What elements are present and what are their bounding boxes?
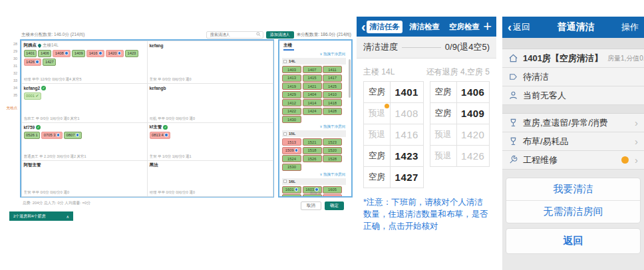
confirm-button[interactable]: 确定 [325, 202, 344, 210]
cleaner-card[interactable]: kf759 ✓ 0526 1 [21, 122, 148, 161]
room-task-row[interactable]: 空房 1409 [430, 102, 490, 124]
clean-room-chip[interactable]: 1403 [282, 66, 301, 73]
floor-checkbox[interactable] [283, 60, 287, 63]
cleaner-card[interactable]: kf主管 ✓ 0813 4 [147, 122, 273, 161]
room-task-row[interactable]: 空房 1406 [430, 81, 490, 103]
gutter-number: 32 [13, 71, 17, 78]
add-icon[interactable]: + [483, 19, 492, 34]
clean-room-chip[interactable]: 1407 [303, 66, 322, 73]
action-menu-button[interactable]: 操作 [621, 21, 639, 33]
room-chip[interactable]: 0813 4 [150, 132, 171, 139]
clean-room-chip[interactable]: 1422 [282, 108, 301, 115]
clean-room-label: 1609 [308, 196, 317, 198]
cleaner-stats: 普通员工 早 2.2/0分 3间/分0 退2 其它1 [24, 154, 145, 159]
clean-room-chip[interactable]: 1425 [323, 82, 342, 90]
room-chip[interactable]: 1423 [125, 50, 138, 57]
room-chip-label: 1416 [89, 51, 98, 55]
clean-room-chip[interactable]: 1421 [303, 82, 322, 90]
drag-clean-rooms-link[interactable]: ∨ 拖拽干净房间 [283, 52, 345, 57]
collapse-bar[interactable]: 2个退房和4个脏房 ∧ [9, 211, 73, 221]
cleaner-card[interactable]: 阿姨点 主楼14L ✓ 1401 [21, 41, 148, 84]
room-chip[interactable]: 1406 [38, 50, 51, 57]
clean-room-chip[interactable]: 1430 [282, 116, 301, 123]
clean-room-chip[interactable]: 1513 [282, 138, 301, 146]
segment-tab[interactable]: 清洁任务 [367, 21, 402, 33]
clean-room-chip[interactable]: 1521 [303, 138, 322, 146]
room-chip[interactable]: 1420 [106, 50, 124, 57]
back-button[interactable]: ‹ 返回 [508, 21, 530, 33]
room-chip[interactable]: 1401 [24, 50, 37, 57]
room-chip[interactable]: 1409 [72, 50, 85, 57]
cleaner-card[interactable]: kefangb ✓ 司机 早早 0/0分 0间/分0 退0 [147, 83, 273, 123]
room-task-row[interactable]: 空房 1423 [363, 145, 424, 167]
room-chip[interactable]: 1408 [53, 50, 71, 57]
cleaner-name: kefang2 [24, 86, 41, 90]
clean-room-label: 1513 [287, 140, 296, 144]
clean-room-chip[interactable]: 1412 [282, 99, 301, 106]
clean-room-chip[interactable]: 1429 [282, 91, 301, 98]
clean-room-chip[interactable]: 1530 [282, 164, 301, 171]
legend-toggle[interactable]: 图例 ∧ [279, 191, 351, 196]
scrollbar[interactable] [349, 59, 351, 98]
floor-name: 16L [289, 180, 295, 184]
segment-tab[interactable]: 空房检查 [446, 21, 482, 33]
room-sync-icon [76, 133, 80, 137]
room-chip[interactable]: 0001 ✔ [24, 92, 41, 100]
room-task-row[interactable]: 预退 1420 [430, 124, 490, 146]
cleaner-card[interactable]: 阿智主管 ✓ 主管 早早 0/0分 0间/分0 退0 [21, 160, 148, 197]
floor-header: 14L [282, 58, 346, 65]
building-tab[interactable]: 主楼 [283, 43, 294, 51]
clean-room-chip[interactable]: 1523 [323, 138, 342, 146]
search-cleaner-input[interactable] [209, 32, 255, 37]
menu-linen[interactable]: 布草/易耗品 › [502, 132, 644, 151]
clean-room-chip[interactable]: 1509 [282, 147, 301, 154]
room-chip[interactable]: 0705 3 [41, 132, 63, 139]
return-button[interactable]: 返回 [506, 229, 640, 253]
menu-repair[interactable]: 工程维修 › [502, 151, 644, 170]
clean-room-chip[interactable]: 1410 [323, 91, 342, 98]
cancel-button[interactable]: 取消 [301, 202, 321, 210]
clean-room-chip[interactable]: 1528 [323, 155, 342, 162]
room-task-row[interactable]: 预退 1426 [430, 145, 490, 167]
clean-room-chip[interactable]: 1428 [323, 108, 342, 115]
clean-room-chip[interactable]: 1419 [282, 82, 301, 90]
i-will-clean-button[interactable]: 我要清洁 [506, 178, 640, 200]
clean-room-chip[interactable]: 1417 [323, 74, 342, 82]
clean-room-chip[interactable]: 1404 [303, 91, 322, 98]
room-chip[interactable]: 1416 [86, 50, 104, 57]
no-cleaning-needed-button[interactable]: 无需清洁房间 [506, 201, 640, 223]
clean-room-chip[interactable]: 1526 [303, 155, 322, 162]
clean-room-chip[interactable]: 1518 [303, 147, 322, 154]
clean-room-chip[interactable]: 1520 [323, 147, 342, 154]
back-chevron-icon[interactable]: ‹ [361, 19, 366, 35]
segment-tab[interactable]: 清洁检查 [406, 21, 442, 33]
floor-checkbox[interactable] [283, 132, 287, 136]
clean-room-label: 1424 [308, 109, 317, 113]
room-chip[interactable]: 1427 [43, 59, 56, 66]
room-task-row[interactable]: 空房 1427 [363, 166, 424, 188]
cleaner-card[interactable]: 黑法 ✓ 经理 早早 0/0分 0间/分0 退0 [147, 160, 273, 197]
room-task-row[interactable]: 预退 1408 [363, 102, 424, 124]
menu-repair-label: 工程维修 [523, 154, 558, 166]
clean-room-chip[interactable]: 1524 [282, 155, 301, 162]
menu-check-room[interactable]: 查房,查遗留/异常/消费 › [502, 114, 644, 132]
clean-room-chip[interactable]: 1424 [303, 108, 322, 115]
clean-room-chip[interactable]: 1414 [303, 99, 322, 106]
clean-room-chip[interactable]: 1418 [323, 99, 342, 106]
cleaner-card[interactable]: kefang ✓ 主管 早 0/0分 0间/分0 退0 [147, 41, 273, 84]
drag-clean-rooms-link[interactable]: ∨ 拖拽干净房间 [283, 124, 345, 129]
room-chip[interactable]: 1426 [24, 59, 42, 66]
clean-room-chip[interactable]: 1415 [303, 74, 322, 82]
floor-checkbox[interactable] [283, 180, 287, 183]
add-cleaner-button[interactable]: 添加清洁人 [266, 31, 294, 39]
room-task-row[interactable]: 预退 1416 [363, 124, 424, 146]
cleaner-card-header: 阿姨点 主楼14L ✓ [24, 43, 145, 49]
room-task-row[interactable]: 空房 1401 [363, 81, 424, 103]
room-chip[interactable]: 0526 1 [24, 132, 41, 139]
search-cleaner-box[interactable] [206, 31, 263, 39]
clean-room-chip[interactable]: 1413 [282, 74, 301, 82]
clean-room-chip[interactable]: 1411 [323, 66, 342, 73]
room-chip[interactable]: 0807 [64, 132, 82, 139]
drag-clean-rooms-link[interactable]: ∨ 拖拽干净房间 [283, 172, 345, 177]
cleaner-card[interactable]: kefang2 ✓ 0001 ✔ [21, 83, 148, 123]
